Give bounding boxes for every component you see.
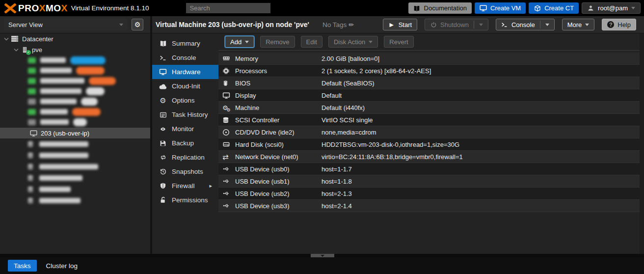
more-label: More: [567, 21, 582, 28]
vm-status-icon: [28, 88, 36, 94]
redacted-storage-name: [39, 164, 98, 169]
tree-item-vm-redacted[interactable]: [0, 76, 150, 86]
menu-item-cloud-init[interactable]: Cloud-Init: [152, 79, 218, 93]
book-icon: [413, 4, 421, 12]
monitor-icon: [480, 4, 487, 12]
hardware-row-usb-device-usb2-[interactable]: USB Device (usb2)host=2-1.3: [218, 188, 640, 200]
device-value: Default (i440fx): [322, 104, 640, 111]
menu-item-replication[interactable]: Replication: [152, 150, 218, 164]
menu-item-snapshots[interactable]: Snapshots: [152, 164, 218, 179]
version-label: Virtual Environment 8.1.10: [71, 4, 149, 12]
brand-text: PROXMOX: [18, 3, 68, 14]
start-button[interactable]: ▶ Start: [383, 19, 417, 30]
device-name: USB Device (usb0): [235, 165, 322, 173]
menu-item-options[interactable]: ⚙Options: [152, 93, 218, 108]
monitor-icon: [159, 68, 167, 76]
shutdown-button[interactable]: Shutdown: [425, 19, 488, 30]
top-bar-actions: Documentation Create VM Create CT root@p…: [408, 2, 641, 14]
device-name: USB Device (usb1): [235, 178, 322, 185]
redacted-content: [28, 56, 106, 64]
create-ct-button[interactable]: Create CT: [529, 2, 579, 14]
redacted-content: [28, 98, 98, 106]
tree-item-storage-redacted[interactable]: [0, 172, 150, 184]
tree-item-vm-redacted[interactable]: [0, 107, 150, 117]
menu-item-console[interactable]: Console: [152, 51, 218, 65]
hardware-row-hard-disk-scsi0-[interactable]: Hard Disk (scsi0)HDD2TBSG:vm-203-disk-0,…: [218, 138, 640, 151]
add-button[interactable]: Add: [225, 36, 254, 48]
tree-item-storage-redacted[interactable]: [0, 195, 150, 206]
hdd-icon: [222, 141, 235, 148]
submenu-arrow-icon: ▸: [209, 183, 212, 189]
revert-button[interactable]: Revert: [384, 36, 413, 48]
storage-list: [0, 138, 150, 206]
tree-item-vm-redacted[interactable]: [0, 117, 150, 127]
search-input[interactable]: [186, 3, 270, 13]
menu-item-monitor[interactable]: Monitor: [152, 122, 218, 136]
horizontal-splitter[interactable]: [0, 254, 644, 257]
collapse-handle[interactable]: [311, 254, 334, 257]
cpu-icon: [222, 67, 235, 75]
menu-item-permissions[interactable]: Permissions: [152, 193, 218, 207]
menu-item-label: Replication: [172, 154, 205, 161]
vm-header: Virtual Machine 203 (usb-over-ip) on nod…: [150, 16, 644, 33]
more-button[interactable]: More: [562, 19, 595, 30]
tree-item-pve[interactable]: ✓ pve: [0, 44, 150, 55]
hardware-row-bios[interactable]: BIOSDefault (SeaBIOS): [218, 77, 640, 89]
resource-tree: Datacenter ✓ pve 203 (usb-over-ip): [0, 33, 150, 254]
menu-item-label: Summary: [172, 40, 200, 47]
hardware-row-network-device-net0-[interactable]: ⇄Network Device (net0)virtio=BC:24:11:8A…: [218, 151, 640, 163]
menu-item-hardware[interactable]: Hardware: [152, 65, 218, 79]
chevron-down-icon: [545, 24, 549, 26]
hardware-row-cd-dvd-drive-ide2-[interactable]: CD/DVD Drive (ide2)none,media=cdrom: [218, 126, 640, 138]
tree-item-vm-redacted[interactable]: [0, 96, 150, 107]
scrollbar-track: [640, 33, 644, 254]
hardware-row-usb-device-usb1-[interactable]: USB Device (usb1)host=1-1.8: [218, 175, 640, 188]
tree-item-storage-redacted[interactable]: [0, 161, 150, 172]
vm-tag: [89, 77, 116, 85]
chevron-down-icon[interactable]: [3, 37, 9, 41]
vm-menu: SummaryConsoleHardwareCloud-Init⚙Options…: [152, 33, 218, 254]
tree-settings-button[interactable]: ⚙: [132, 19, 143, 30]
tree-item-storage-redacted[interactable]: [0, 184, 150, 195]
unlock-icon: [159, 196, 167, 204]
tags-editor[interactable]: No Tags ✏: [322, 21, 354, 28]
remove-button[interactable]: Remove: [260, 36, 295, 48]
hardware-row-processors[interactable]: Processors2 (1 sockets, 2 cores) [x86-64…: [218, 65, 640, 77]
user-menu-button[interactable]: root@pam: [582, 2, 641, 14]
disk-action-button[interactable]: Disk Action: [328, 36, 378, 48]
tree-item-vm-redacted[interactable]: [0, 65, 150, 76]
tree-item-vm-redacted[interactable]: [0, 55, 150, 65]
menu-item-summary[interactable]: Summary: [152, 36, 218, 51]
view-selector[interactable]: Server View: [4, 19, 128, 30]
console-button[interactable]: Console: [496, 19, 555, 30]
edit-button[interactable]: Edit: [301, 36, 322, 48]
hardware-row-usb-device-usb0-[interactable]: USB Device (usb0)host=1-1.7: [218, 163, 640, 175]
hardware-row-usb-device-usb3-[interactable]: USB Device (usb3)host=2-1.4: [218, 200, 640, 212]
redacted-vm-name: [40, 99, 77, 104]
menu-item-firewall[interactable]: Firewall▸: [152, 179, 218, 193]
tab-cluster-log[interactable]: Cluster log: [46, 262, 78, 270]
tree-item-vm-203[interactable]: 203 (usb-over-ip): [0, 128, 150, 138]
status-bar: Tasks Cluster log: [0, 257, 644, 274]
hardware-row-machine[interactable]: ⚙⚙MachineDefault (i440fx): [218, 102, 640, 114]
chevron-down-icon[interactable]: [13, 48, 19, 52]
tree-item-vm-redacted[interactable]: [0, 86, 150, 96]
usb-icon: [222, 178, 235, 185]
hardware-row-scsi-controller[interactable]: SCSI ControllerVirtIO SCSI single: [218, 114, 640, 126]
tree-item-storage-redacted[interactable]: [0, 150, 150, 161]
create-ct-label: Create CT: [544, 4, 574, 12]
hardware-row-display[interactable]: DisplayDefault: [218, 89, 640, 102]
menu-item-task-history[interactable]: Task History: [152, 108, 218, 122]
hardware-row-memory[interactable]: Memory2.00 GiB [balloon=0]: [218, 53, 640, 65]
help-button[interactable]: ? Help: [602, 19, 636, 30]
documentation-button[interactable]: Documentation: [408, 2, 472, 14]
storage-icon: [27, 197, 35, 204]
redacted-content: [27, 163, 98, 170]
tree-item-storage-redacted[interactable]: [0, 138, 150, 150]
device-name: CD/DVD Drive (ide2): [235, 129, 322, 136]
tab-tasks[interactable]: Tasks: [8, 260, 37, 272]
menu-item-backup[interactable]: Backup: [152, 136, 218, 150]
tree-item-datacenter[interactable]: Datacenter: [0, 33, 150, 44]
create-vm-button[interactable]: Create VM: [475, 2, 526, 14]
chevron-down-icon: [321, 255, 324, 257]
